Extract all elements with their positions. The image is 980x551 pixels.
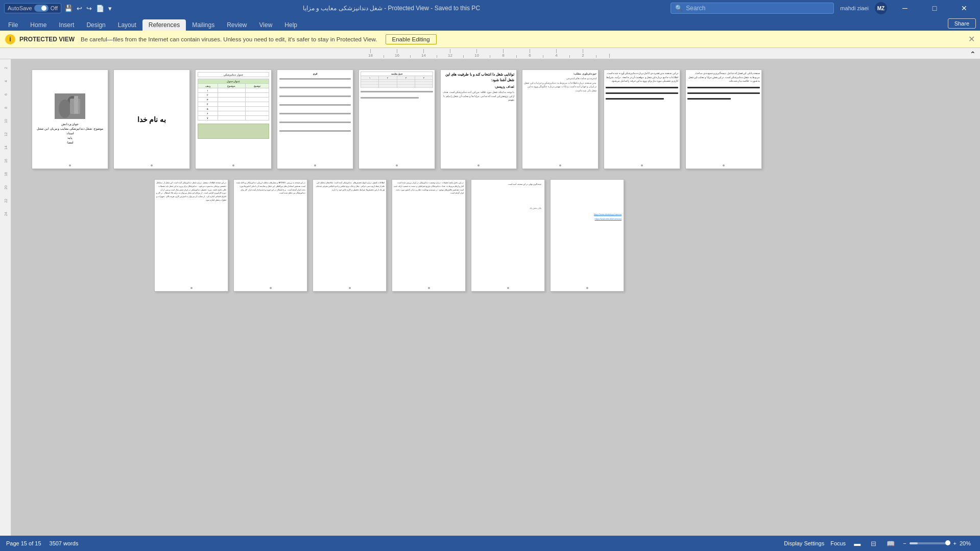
page-indicator — [507, 287, 509, 289]
outline-view-button[interactable]: 📖 — [885, 539, 897, 548]
tab-help[interactable]: Help — [278, 19, 303, 31]
focus-button[interactable]: Focus — [830, 540, 846, 546]
page-indicator — [586, 287, 588, 289]
username-label: mahdi ziaei — [840, 5, 869, 11]
page-indicator — [190, 287, 193, 289]
page-11[interactable]: در این صفحه به بررسی APDEG و معیارهای مخ… — [233, 179, 307, 292]
page-indicator — [559, 164, 561, 166]
page-1[interactable]: جوان پزدانش موضوع: شغل دندانپزشکی معایب … — [32, 69, 108, 169]
page-indicator — [641, 164, 643, 166]
svg-point-2 — [59, 100, 71, 118]
ruler-num: 14 — [0, 146, 12, 150]
page-indicator — [69, 164, 71, 166]
page-13[interactable]: در این بخش نتایج تحقیقات درباره وضعیت دن… — [392, 179, 466, 292]
autosave-state: Off — [51, 5, 58, 11]
customize-icon[interactable]: ▾ — [108, 5, 112, 12]
ruler-mark — [404, 55, 417, 58]
undo-icon[interactable]: ↩ — [77, 5, 82, 12]
tab-file[interactable]: File — [2, 19, 24, 31]
ruler-mark: 16 — [391, 49, 404, 58]
enable-editing-button[interactable]: Enable Editing — [386, 34, 437, 44]
zoom-thumb — [945, 540, 950, 545]
page-content-1: جوان پزدانش موضوع: شغل دندانپزشکی معایب … — [32, 70, 108, 169]
autosave-control[interactable]: AutoSave Off — [4, 3, 61, 13]
page-14[interactable]: نتیجه‌گیری نهایی در این صفحه آمده است. پ… — [471, 179, 545, 292]
page-row-2: در این صفحه اطلاعات مفصل درباره شغل دندا… — [154, 179, 960, 292]
page-10[interactable]: در این صفحه اطلاعات مفصل درباره شغل دندا… — [154, 179, 228, 292]
search-input[interactable] — [686, 5, 829, 12]
save-icon[interactable]: 💾 — [64, 5, 73, 12]
ruler-collapse[interactable]: ⌃ — [970, 50, 976, 58]
text-lines-6: اهداف پژوهش: با توجه به اینکه شغل مورد ع… — [443, 85, 514, 102]
share-button[interactable]: Share — [948, 18, 976, 29]
ruler-num: 2 — [0, 67, 12, 69]
page-8[interactable]: در این صفحه متن فشرده و کامل درباره دندا… — [604, 69, 680, 169]
redo-icon[interactable]: ↪ — [86, 5, 92, 12]
zoom-level: 20% — [960, 540, 974, 546]
web-layout-view-button[interactable]: ⊟ — [869, 539, 878, 548]
title-bar: AutoSave Off 💾 ↩ ↪ 📄 ▾ شغل دندانپزشکی مع… — [0, 0, 980, 16]
ruler-mark: 8 — [497, 49, 510, 58]
tab-layout[interactable]: Layout — [112, 19, 142, 31]
tab-view[interactable]: View — [253, 19, 279, 31]
status-bar: Page 15 of 15 3507 words Display Setting… — [0, 536, 980, 551]
page-12[interactable]: اطلاعات تکمیلی درباره انواع تخصص‌های دند… — [313, 179, 387, 292]
ruler-num: 24 — [0, 212, 12, 216]
tab-review[interactable]: Review — [221, 19, 253, 31]
page-15[interactable]: https://www.dentistry.ir/careers https:/… — [550, 179, 624, 292]
tab-design[interactable]: Design — [80, 19, 111, 31]
page-2[interactable]: به نام خدا — [113, 69, 190, 169]
tab-insert[interactable]: Insert — [53, 19, 80, 31]
page-3[interactable]: جدول دندانپزشکی عنوان جدول ردیفموضوعتوضی… — [195, 69, 272, 169]
zoom-out-button[interactable]: − — [903, 540, 906, 546]
protected-view-message: Be careful—files from the Internet can c… — [81, 36, 377, 42]
page-content-15: https://www.dentistry.ir/careers https:/… — [551, 180, 624, 291]
ruler-mark — [377, 55, 391, 58]
page-7[interactable]: حوزه فرداوری مطلب: اینترنت و سایت های ای… — [522, 69, 599, 169]
ruler-mark — [484, 55, 497, 58]
zoom-in-button[interactable]: + — [953, 540, 957, 546]
page-5[interactable]: جدول مقایسه ۱۲۳۴ — [358, 69, 435, 169]
page-content-2: به نام خدا — [114, 70, 189, 169]
page-indicator — [232, 164, 234, 166]
close-button[interactable]: ✕ — [952, 0, 976, 16]
print-layout-view-button[interactable]: ▬ — [852, 539, 863, 548]
maximize-button[interactable]: □ — [923, 0, 946, 16]
ruler-mark: 18 — [364, 49, 377, 58]
ruler-mark — [510, 55, 523, 58]
page-6[interactable]: توانایی شغل دا انتخاب کند و با طرفیت های… — [440, 69, 517, 169]
ruler-mark — [537, 55, 550, 58]
zoom-slider[interactable] — [910, 542, 950, 544]
page-indicator — [314, 164, 316, 166]
ruler-num: 20 — [0, 185, 12, 189]
page-info: Page 15 of 15 — [6, 540, 41, 546]
autosave-toggle[interactable] — [34, 5, 49, 12]
ruler-num: 8 — [0, 107, 12, 109]
search-bar[interactable]: 🔍 — [671, 3, 834, 14]
page-indicator — [396, 164, 398, 166]
page-4[interactable]: فرم — [277, 69, 353, 169]
ruler-num: 22 — [0, 199, 12, 203]
protected-view-close[interactable]: ✕ — [968, 34, 975, 44]
svg-rect-4 — [74, 96, 78, 114]
page-content-11: در این صفحه به بررسی APDEG و معیارهای مخ… — [234, 180, 307, 291]
print-preview-icon[interactable]: 📄 — [96, 5, 104, 12]
page-content-7: حوزه فرداوری مطلب: اینترنت و سایت های ای… — [522, 70, 598, 169]
avatar[interactable]: MZ — [875, 2, 887, 14]
ruler-mark — [590, 55, 603, 58]
text-lines-9 — [687, 85, 760, 101]
ruler-num: 6 — [0, 93, 12, 95]
page-content-10: در این صفحه اطلاعات مفصل درباره شغل دندا… — [155, 180, 228, 291]
page-content-14: نتیجه‌گیری نهایی در این صفحه آمده است. پ… — [471, 180, 544, 291]
page-9[interactable]: صفحه پایانی این فصل که شامل نتیجه‌گیری و… — [685, 69, 762, 169]
display-settings-button[interactable]: Display Settings — [784, 540, 824, 546]
tab-references[interactable]: References — [142, 19, 186, 31]
ruler-mark: 10 — [470, 49, 484, 58]
minimize-button[interactable]: ─ — [893, 0, 917, 16]
cover-title: جوان پزدانش موضوع: شغل دندانپزشکی معایب … — [37, 122, 103, 145]
page-indicator — [349, 287, 351, 289]
ribbon-tabs: File Home Insert Design Layout Reference… — [0, 16, 980, 31]
tab-mailings[interactable]: Mailings — [186, 19, 221, 31]
tab-home[interactable]: Home — [24, 19, 53, 31]
title-bar-right: 🔍 mahdi ziaei MZ ─ □ ✕ — [671, 0, 976, 16]
